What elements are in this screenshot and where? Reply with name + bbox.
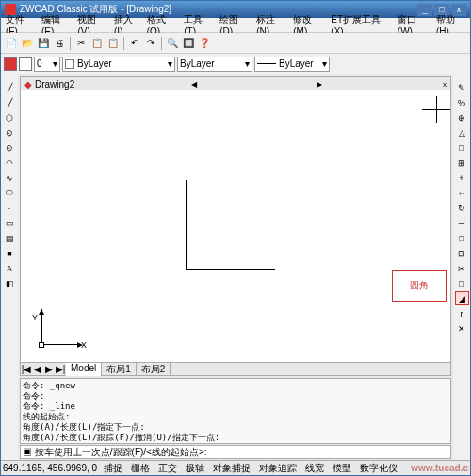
menubar: 文件(F)编辑(E)视图(V)插入(I)格式(O)工具(T)绘图(D)标注(N)…	[1, 18, 470, 33]
modify-tool-button[interactable]: ✕	[455, 321, 469, 336]
ucs-x-label: X	[81, 340, 87, 350]
modify-tool-button[interactable]: ─	[455, 216, 469, 230]
modify-toolbar: ✎%⊕△□⊞+↔↻─□⊡✂□◢r✕	[453, 74, 470, 460]
lineweight-combo[interactable]: ByLayer ▾	[254, 57, 330, 72]
status-toggle[interactable]: 数字化仪	[356, 461, 401, 476]
statusbar: 649.1165, 456.9969, 0 捕捉栅格正交极轴对象捕捉对象追踪线宽…	[1, 460, 470, 475]
draw-tool-button[interactable]: ▭	[3, 216, 17, 230]
annotation-text: 圆角	[410, 279, 429, 292]
draw-tool-button[interactable]: ■	[3, 246, 17, 260]
modify-tool-button[interactable]: □	[455, 231, 469, 245]
modify-tool-button[interactable]: ⊞	[455, 156, 469, 170]
drawn-polyline	[186, 180, 275, 270]
status-toggle[interactable]: 线宽	[301, 461, 328, 476]
chevron-down-icon: ▾	[322, 58, 327, 69]
toolbar-button[interactable]: 📋	[106, 36, 121, 51]
ucs-y-label: Y	[32, 313, 38, 322]
color-swatch-icon	[65, 59, 74, 69]
status-toggle[interactable]: 栅格	[127, 461, 154, 476]
command-line[interactable]: ▣ 按车使用上一次点/跟踪(F)/<线的起始点>:	[20, 445, 451, 459]
doc-icon: ◆	[24, 79, 32, 90]
draw-tool-button[interactable]: ◠	[3, 156, 17, 170]
tab-close[interactable]: x	[443, 80, 447, 89]
drawing-panel: ◆ Drawing2 ◀ ▶ x Y X	[20, 76, 451, 376]
modify-tool-button[interactable]: □	[455, 140, 469, 155]
modify-tool-button[interactable]: ↔	[455, 186, 469, 200]
current-color-swatch[interactable]	[4, 57, 17, 71]
layout-tab[interactable]: Model	[66, 363, 102, 376]
document-tab[interactable]: ◆ Drawing2 ◀ ▶ x	[21, 77, 450, 90]
fillet-tool-button[interactable]: ◢	[455, 291, 469, 305]
draw-tool-button[interactable]: ⊙	[3, 140, 17, 155]
draw-tool-button[interactable]: ⊙	[3, 125, 17, 140]
modify-tool-button[interactable]: +	[455, 171, 469, 185]
tab-nav-left[interactable]: ◀	[191, 80, 197, 89]
color-combo[interactable]: ByLayer ▾	[62, 57, 175, 72]
tab-nav-button[interactable]: ▶	[43, 364, 55, 374]
layer-name: 0	[37, 58, 42, 69]
command-history[interactable]: 命令: _qnew 命令: 命令: _line 线的起始点: 角度(A)/长度(…	[20, 378, 451, 444]
status-toggle[interactable]: 对象捕捉	[209, 461, 254, 476]
tab-nav-button[interactable]: |◀	[21, 364, 32, 374]
standard-toolbar: 📄📂💾🖨✂📋📋↶↷🔍🔲❓	[1, 33, 470, 54]
status-toggle[interactable]: 正交	[154, 461, 181, 476]
layer-color-swatch[interactable]	[19, 57, 32, 71]
linetype-combo[interactable]: ByLayer ▾	[177, 57, 252, 72]
annotation-callout: 圆角	[392, 270, 447, 302]
status-toggle[interactable]: 极轴	[182, 461, 208, 476]
command-prompt: ▣ 按车使用上一次点/跟踪(F)/<线的起始点>:	[23, 446, 207, 459]
modify-tool-button[interactable]: ↻	[455, 201, 469, 215]
draw-tool-button[interactable]: ·	[3, 201, 17, 215]
separator	[70, 37, 71, 50]
draw-tool-button[interactable]: ▤	[3, 231, 17, 245]
status-toggle[interactable]: 模型	[329, 461, 355, 476]
modify-tool-button[interactable]: ✂	[455, 261, 469, 275]
toolbar-button[interactable]: 📂	[20, 36, 35, 51]
separator	[161, 37, 162, 50]
draw-tool-button[interactable]: ⬡	[3, 110, 17, 124]
tab-nav-button[interactable]: ◀	[32, 364, 43, 374]
layout-tab[interactable]: 布局1	[102, 363, 137, 376]
toolbar-button[interactable]: ↶	[127, 36, 142, 51]
modify-tool-button[interactable]: ⊡	[455, 246, 469, 260]
draw-tool-button[interactable]: ╱	[3, 95, 17, 109]
toolbar-button[interactable]: 📋	[89, 36, 105, 51]
modify-tool-button[interactable]: ⊕	[455, 110, 469, 124]
toolbar-button[interactable]: 🔲	[181, 36, 196, 51]
toolbar-button[interactable]: 📄	[4, 36, 19, 51]
coordinates-display[interactable]: 649.1165, 456.9969, 0	[3, 463, 97, 473]
draw-tool-button[interactable]: ∿	[3, 171, 17, 185]
toolbar-button[interactable]: 🔍	[165, 36, 180, 51]
modify-tool-button[interactable]: %	[455, 95, 469, 109]
toolbar-button[interactable]: 💾	[36, 36, 51, 51]
linetype-value: ByLayer	[180, 58, 215, 69]
layout-tabs: |◀◀▶▶| Model布局1布局2	[21, 362, 450, 375]
status-toggle[interactable]: 对象追踪	[255, 461, 300, 476]
tab-nav-right[interactable]: ▶	[317, 80, 322, 89]
draw-tool-button[interactable]: ⬭	[3, 186, 17, 200]
doc-tab-label: Drawing2	[35, 79, 74, 90]
status-toggle[interactable]: 捕捉	[100, 461, 126, 476]
modify-tool-button[interactable]: r	[455, 306, 469, 320]
draw-tool-button[interactable]: ◧	[3, 276, 17, 290]
properties-toolbar: 0 ▾ ByLayer ▾ ByLayer ▾ ByLayer ▾	[1, 54, 470, 74]
tab-nav-button[interactable]: ▶|	[55, 364, 66, 374]
draw-tool-button[interactable]: A	[3, 261, 17, 275]
command-input[interactable]	[207, 448, 448, 457]
draw-tool-button[interactable]: ╱	[3, 80, 17, 94]
toolbar-button[interactable]: ✂	[73, 36, 89, 51]
modify-tool-button[interactable]: □	[455, 276, 469, 290]
chevron-down-icon: ▾	[53, 58, 57, 69]
layout-tab[interactable]: 布局2	[137, 363, 171, 376]
crosshair-vertical	[436, 96, 437, 123]
modify-tool-button[interactable]: ✎	[455, 80, 469, 94]
chevron-down-icon: ▾	[168, 58, 172, 69]
layer-combo[interactable]: 0 ▾	[34, 57, 60, 72]
toolbar-button[interactable]: 🖨	[52, 36, 67, 51]
toolbar-button[interactable]: ❓	[197, 36, 212, 51]
draw-toolbar: ╱╱⬡⊙⊙◠∿⬭·▭▤■A◧	[1, 74, 18, 460]
modify-tool-button[interactable]: △	[455, 125, 469, 140]
lineweight-value: ByLayer	[279, 58, 314, 69]
toolbar-button[interactable]: ↷	[143, 36, 158, 51]
drawing-canvas[interactable]: Y X 圆角 ➜	[21, 90, 450, 362]
